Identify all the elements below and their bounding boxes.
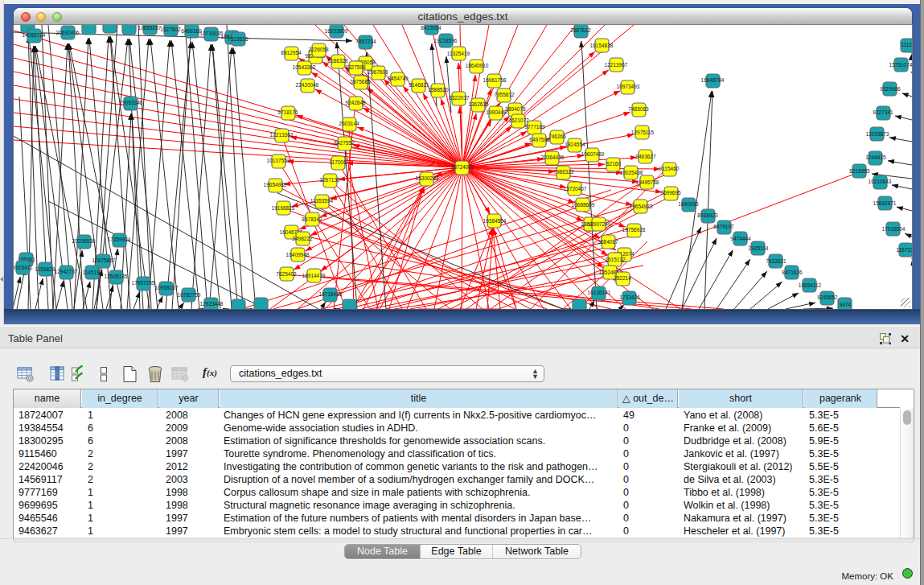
svg-text:3267130: 3267130 — [319, 177, 340, 183]
svg-text:11325419: 11325419 — [447, 51, 470, 56]
svg-text:20206536: 20206536 — [72, 238, 96, 244]
svg-text:9115460: 9115460 — [659, 166, 680, 171]
svg-text:1990448: 1990448 — [486, 109, 507, 115]
svg-text:17359924: 17359924 — [108, 237, 131, 242]
svg-text:15751074: 15751074 — [889, 62, 912, 68]
svg-text:62160: 62160 — [606, 161, 621, 167]
svg-text:20691406: 20691406 — [56, 30, 80, 35]
svg-text:17957255: 17957255 — [132, 280, 155, 286]
svg-text:8186328: 8186328 — [327, 58, 348, 64]
svg-text:19756928: 19756928 — [622, 227, 646, 233]
svg-text:6497505: 6497505 — [529, 137, 550, 142]
svg-text:8215955: 8215955 — [849, 168, 870, 174]
svg-text:18907249: 18907249 — [588, 221, 611, 227]
svg-text:8678342: 8678342 — [302, 216, 322, 222]
svg-text:12093873: 12093873 — [866, 131, 889, 137]
svg-text:3875685: 3875685 — [350, 79, 371, 84]
svg-text:6479197: 6479197 — [713, 224, 734, 229]
svg-text:10607489: 10607489 — [581, 151, 605, 157]
svg-text:746266: 746266 — [548, 134, 566, 139]
svg-text:9327598: 9327598 — [345, 64, 366, 70]
svg-text:15692971: 15692971 — [873, 200, 897, 206]
svg-text:29053346: 29053346 — [120, 100, 143, 105]
svg-text:10025438: 10025438 — [620, 170, 643, 175]
svg-text:2687612: 2687612 — [570, 27, 591, 33]
svg-text:9894078: 9894078 — [505, 106, 526, 112]
svg-text:3915411: 3915411 — [14, 265, 33, 270]
svg-text:10975867: 10975867 — [92, 257, 116, 263]
svg-text:7955812: 7955812 — [494, 92, 515, 97]
svg-text:7485063: 7485063 — [628, 106, 649, 112]
svg-text:12505135: 12505135 — [105, 274, 128, 279]
svg-text:16409948: 16409948 — [286, 252, 310, 257]
svg-text:11353594: 11353594 — [310, 198, 334, 204]
svg-text:19218596: 19218596 — [434, 38, 458, 43]
svg-text:16136141: 16136141 — [588, 290, 611, 295]
svg-text:10958167: 10958167 — [155, 285, 179, 290]
svg-text:12213363: 12213363 — [270, 132, 294, 138]
svg-text:7632621: 7632621 — [766, 258, 786, 264]
svg-text:7986322: 7986322 — [553, 169, 574, 175]
svg-text:1824554: 1824554 — [565, 142, 585, 147]
svg-text:18640910: 18640910 — [466, 63, 489, 68]
svg-text:10688609: 10688609 — [572, 202, 595, 208]
svg-text:12942737: 12942737 — [55, 269, 78, 274]
svg-text:1156829: 1156829 — [35, 266, 55, 272]
svg-text:2603144: 2603144 — [339, 121, 359, 126]
svg-text:17016504: 17016504 — [882, 226, 906, 232]
svg-text:19166825: 19166825 — [272, 205, 295, 211]
svg-text:8322037: 8322037 — [449, 95, 470, 101]
svg-text:7625402: 7625402 — [276, 271, 297, 277]
svg-text:2718176: 2718176 — [277, 109, 298, 115]
svg-text:10654112: 10654112 — [799, 282, 822, 288]
svg-text:12975115: 12975115 — [631, 130, 655, 135]
svg-text:3498222: 3498222 — [292, 236, 313, 241]
svg-text:2226058: 2226058 — [308, 47, 329, 52]
svg-text:1615132: 1615132 — [605, 257, 626, 262]
svg-text:8454749: 8454749 — [388, 76, 409, 81]
svg-text:15300243: 15300243 — [416, 175, 439, 181]
svg-text:1588520: 1588520 — [428, 87, 449, 93]
svg-text:8938923: 8938923 — [697, 212, 718, 218]
svg-text:22420046: 22420046 — [296, 82, 319, 88]
svg-text:9245652: 9245652 — [817, 295, 838, 300]
svg-text:9242848: 9242848 — [345, 100, 366, 105]
svg-text:1145194: 1145194 — [83, 270, 103, 275]
svg-text:10653267: 10653267 — [138, 25, 162, 31]
svg-text:1621072: 1621072 — [508, 117, 529, 123]
svg-text:19654923: 19654923 — [630, 204, 653, 209]
svg-text:8471626: 8471626 — [782, 270, 803, 275]
svg-text:9699695: 9699695 — [660, 190, 681, 196]
svg-text:12213967: 12213967 — [605, 62, 628, 68]
svg-text:6466160: 6466160 — [181, 28, 202, 34]
svg-text:1244415: 1244415 — [865, 154, 886, 160]
svg-text:11123: 11123 — [901, 42, 912, 47]
svg-text:9777169: 9777169 — [524, 124, 545, 130]
svg-text:19654985: 19654985 — [264, 182, 287, 187]
svg-text:16210643: 16210643 — [869, 179, 892, 184]
svg-text:19495758: 19495758 — [636, 179, 659, 185]
svg-text:12923448: 12923448 — [200, 301, 224, 307]
svg-text:16961758: 16961758 — [483, 77, 507, 83]
svg-text:7515526: 7515526 — [228, 36, 248, 42]
svg-text:10719185: 10719185 — [200, 31, 224, 36]
svg-text:14055724: 14055724 — [23, 32, 46, 38]
svg-text:8427552: 8427552 — [334, 140, 355, 146]
svg-text:9329966: 9329966 — [880, 86, 901, 92]
svg-text:9474444: 9474444 — [730, 236, 751, 241]
svg-text:8912954: 8912954 — [281, 50, 302, 56]
svg-text:10107553: 10107553 — [267, 158, 290, 163]
svg-text:1640995: 1640995 — [678, 201, 699, 207]
svg-text:20364436: 20364436 — [541, 154, 565, 160]
svg-text:9227341: 9227341 — [873, 109, 893, 115]
svg-text:7857234: 7857234 — [355, 39, 376, 44]
svg-text:10973493: 10973493 — [617, 84, 640, 89]
svg-text:16033809: 16033809 — [325, 28, 348, 34]
svg-text:9463627: 9463627 — [635, 154, 656, 159]
svg-text:15720407: 15720407 — [564, 186, 587, 192]
svg-text:117006: 117006 — [329, 159, 347, 165]
svg-text:9146821: 9146821 — [409, 82, 429, 88]
svg-text:9474: 9474 — [840, 302, 852, 307]
svg-text:18724007: 18724007 — [451, 164, 474, 170]
svg-text:2935114: 2935114 — [749, 245, 769, 251]
